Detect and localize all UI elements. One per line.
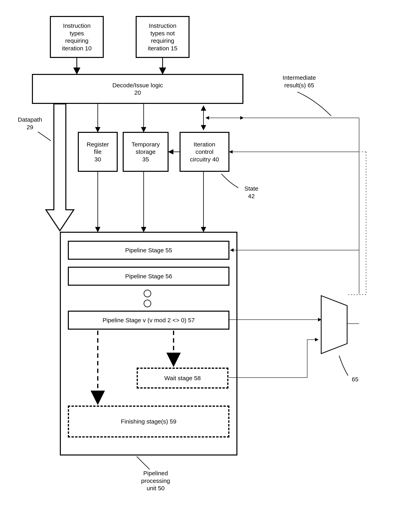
box-register-file: Register file 30 [78,132,118,172]
box-pipeline-stage-55: Pipeline Stage 55 [68,241,229,260]
text: Instruction types not requiring iteratio… [148,22,177,52]
ellipsis-icon [144,290,151,297]
label-mux-65: 65 [347,376,363,383]
label-intermediate-results: Intermediate result(s) 65 [271,74,327,89]
label-state: State 42 [237,185,265,200]
text: Wait stage 58 [164,374,201,382]
box-instruction-types-no-iteration: Instruction types not requiring iteratio… [136,16,190,58]
label-datapath: Datapath 29 [10,116,50,131]
text: Instruction types requiring iteration 10 [62,22,92,52]
label-pipelined-unit: Pipelined processing unit 50 [128,469,184,492]
box-iteration-control: Iteration control circuitry 40 [180,132,229,172]
ellipsis-icon [144,300,151,307]
text: Pipeline Stage 56 [125,272,172,280]
text: Pipeline Stage 55 [125,246,172,254]
box-finishing-stages: Finishing stage(s) 59 [68,405,229,437]
box-decode-issue: Decode/Issue logic 20 [32,74,243,104]
text: Finishing stage(s) 59 [121,418,176,425]
text: Pipeline Stage v (v mod 2 <> 0) 57 [103,316,195,324]
box-wait-stage: Wait stage 58 [137,367,228,388]
text: Register file 30 [87,141,109,163]
box-pipeline-stage-56: Pipeline Stage 56 [68,267,229,286]
text: Iteration control circuitry 40 [190,141,219,163]
text: Decode/Issue logic 20 [112,81,163,96]
box-temporary-storage: Temporary storage 35 [123,132,169,172]
box-instruction-types-iteration: Instruction types requiring iteration 10 [50,16,104,58]
diagram-canvas: Instruction types requiring iteration 10… [4,4,394,532]
text: Temporary storage 35 [131,141,160,163]
box-pipeline-stage-57: Pipeline Stage v (v mod 2 <> 0) 57 [68,311,229,330]
